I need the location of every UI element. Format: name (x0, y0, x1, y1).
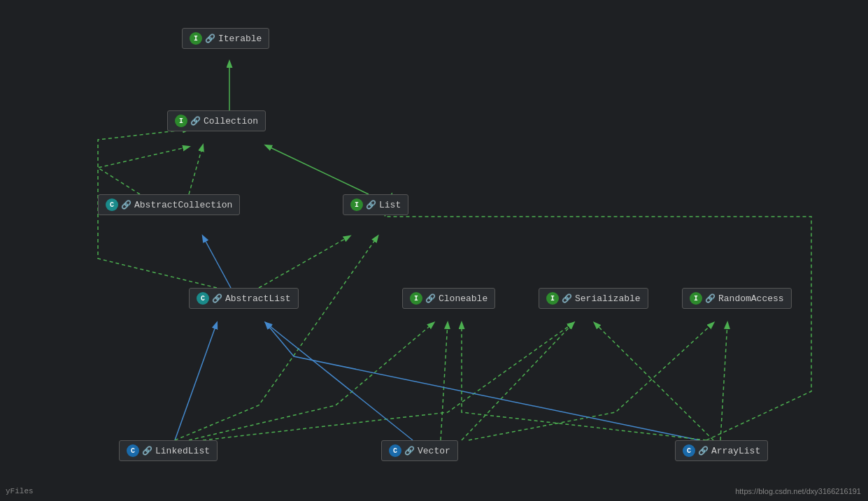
label-vector: Vector (418, 446, 450, 456)
icon-collection: I (175, 115, 187, 127)
node-linkedlist: C 🔗 LinkedList (119, 440, 218, 461)
svg-line-9 (595, 323, 713, 440)
svg-line-1 (189, 145, 203, 194)
connections-svg (0, 0, 868, 501)
link-icon-collection: 🔗 (190, 116, 201, 126)
link-icon-iterable: 🔗 (205, 34, 215, 44)
link-icon-abstractcollection: 🔗 (121, 200, 131, 210)
label-randomaccess: RandomAccess (718, 293, 784, 304)
label-cloneable: Cloneable (439, 293, 488, 304)
icon-abstractcollection: C (106, 198, 118, 211)
svg-line-4 (259, 236, 350, 288)
link-icon-arraylist: 🔗 (698, 446, 709, 456)
label-linkedlist: LinkedList (155, 446, 210, 456)
link-icon-abstractlist: 🔗 (212, 293, 222, 304)
svg-line-10 (720, 323, 727, 440)
node-arraylist: C 🔗 ArrayList (675, 440, 768, 461)
link-icon-vector: 🔗 (404, 446, 415, 456)
node-list: I 🔗 List (343, 194, 408, 215)
icon-linkedlist: C (127, 444, 139, 457)
node-abstractcollection: C 🔗 AbstractCollection (98, 194, 240, 215)
node-abstractlist: C 🔗 AbstractList (189, 288, 299, 309)
node-cloneable: I 🔗 Cloneable (402, 288, 495, 309)
icon-abstractlist: C (197, 292, 209, 305)
link-icon-list: 🔗 (366, 200, 376, 210)
node-iterable: I 🔗 Iterable (182, 28, 269, 49)
icon-vector: C (389, 444, 401, 457)
label-abstractlist: AbstractList (225, 293, 291, 304)
link-icon-cloneable: 🔗 (425, 293, 436, 304)
label-abstractcollection: AbstractCollection (134, 200, 232, 210)
diagram-container: I 🔗 Iterable I 🔗 Collection C 🔗 Abstract… (0, 0, 868, 501)
svg-line-2 (266, 145, 369, 194)
footer-label: yFiles (6, 487, 34, 495)
icon-serializable: I (546, 292, 559, 305)
label-iterable: Iterable (218, 34, 262, 44)
link-icon-randomaccess: 🔗 (705, 293, 716, 304)
link-icon-serializable: 🔗 (562, 293, 572, 304)
svg-line-3 (203, 236, 231, 288)
svg-line-6 (266, 323, 413, 440)
icon-arraylist: C (683, 444, 695, 457)
svg-line-7 (441, 323, 448, 440)
label-arraylist: ArrayList (711, 446, 760, 456)
label-list: List (379, 200, 401, 210)
icon-iterable: I (190, 32, 202, 45)
label-serializable: Serializable (575, 293, 641, 304)
link-icon-linkedlist: 🔗 (142, 446, 152, 456)
svg-line-5 (175, 323, 217, 440)
svg-line-8 (462, 323, 574, 440)
watermark: https://blog.csdn.net/dxy3166216191 (735, 487, 861, 495)
icon-cloneable: I (410, 292, 422, 305)
icon-randomaccess: I (690, 292, 702, 305)
label-collection: Collection (204, 116, 258, 126)
icon-list: I (350, 198, 363, 211)
node-serializable: I 🔗 Serializable (539, 288, 648, 309)
node-randomaccess: I 🔗 RandomAccess (682, 288, 792, 309)
node-collection: I 🔗 Collection (167, 110, 266, 131)
node-vector: C 🔗 Vector (381, 440, 458, 461)
